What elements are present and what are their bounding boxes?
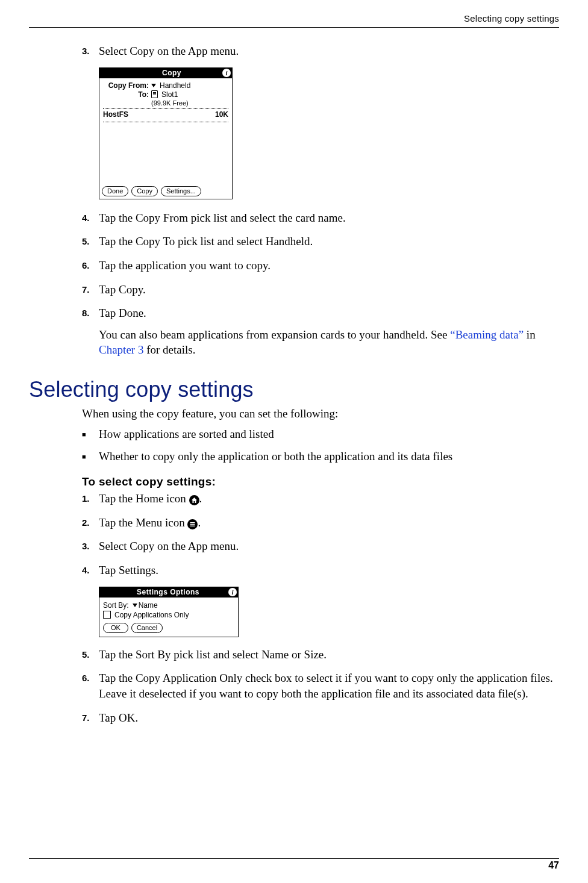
svg-rect-0 <box>190 522 195 523</box>
step-5: 5. Tap the Copy To pick list and select … <box>82 234 559 249</box>
step-text: Tap the application you want to copy. <box>99 258 559 273</box>
step-text: Tap the Menu icon . <box>99 515 559 531</box>
steps-list-1: 3. Select Copy on the App menu. <box>82 43 559 59</box>
app-list-row: HostFS 10K <box>103 110 228 120</box>
step-num: 8. <box>82 305 99 358</box>
step-text: Tap the Sort By pick list and select Nam… <box>99 647 559 663</box>
free-space: (99.9K Free) <box>151 99 228 107</box>
step-num: 3. <box>82 538 99 554</box>
info-icon: i <box>228 588 237 596</box>
step-text: Tap the Copy Application Only check box … <box>99 670 559 701</box>
bullet-text: How applications are sorted and listed <box>99 426 274 442</box>
svg-rect-2 <box>190 525 195 526</box>
header-rule <box>29 27 559 28</box>
bullet-list: ■ How applications are sorted and listed… <box>82 426 559 464</box>
card-icon <box>151 90 158 98</box>
beam-note: You can also beam applications from expa… <box>99 327 559 358</box>
home-icon <box>189 495 199 505</box>
info-icon: i <box>222 69 231 77</box>
step-num: 2. <box>82 515 99 531</box>
step-text: Tap Copy. <box>99 282 559 298</box>
copy-title: Copy <box>121 69 222 77</box>
step-text: Tap OK. <box>99 710 559 726</box>
bullet-1: ■ How applications are sorted and listed <box>82 426 559 442</box>
step-text: Tap the Home icon . <box>99 491 559 507</box>
step-num: 3. <box>82 43 99 59</box>
section-intro: When using the copy feature, you can set… <box>82 406 559 422</box>
subheading: To select copy settings: <box>82 475 559 488</box>
copy-apps-only-label: Copy Applications Only <box>114 611 189 619</box>
steps-list-2b: 5. Tap the Sort By pick list and select … <box>82 647 559 726</box>
settings-title: Settings Options <box>108 588 228 596</box>
copy-to-value: Slot1 <box>161 90 178 99</box>
step-3: 3. Select Copy on the App menu. <box>82 43 559 59</box>
step2-7: 7. Tap OK. <box>82 710 559 726</box>
step-num: 5. <box>82 234 99 249</box>
settings-titlebar: Settings Options i <box>99 587 238 598</box>
step-num: 7. <box>82 282 99 298</box>
ok-button: OK <box>103 623 128 633</box>
running-header: Selecting copy settings <box>29 13 559 23</box>
step2-2: 2. Tap the Menu icon . <box>82 515 559 531</box>
svg-rect-1 <box>190 523 195 524</box>
app-size: 10K <box>215 110 228 119</box>
steps-list-1b: 4. Tap the Copy From pick list and selec… <box>82 210 559 358</box>
step-num: 7. <box>82 710 99 726</box>
copy-apps-only-checkbox <box>103 611 111 619</box>
settings-button: Settings... <box>161 186 201 196</box>
bullet-marker: ■ <box>82 449 99 464</box>
bullet-text: Whether to copy only the application or … <box>99 449 452 464</box>
step-num: 1. <box>82 491 99 507</box>
step-text: Select Copy on the App menu. <box>99 43 559 59</box>
copy-dialog-screenshot: Copy i Copy From: Handheld To: Slot1 <box>99 67 233 199</box>
bullet-2: ■ Whether to copy only the application o… <box>82 449 559 464</box>
step-4: 4. Tap the Copy From pick list and selec… <box>82 210 559 226</box>
steps-list-2: 1. Tap the Home icon . 2. Tap the Menu i… <box>82 491 559 578</box>
bullet-marker: ■ <box>82 426 99 442</box>
step-text: Select Copy on the App menu. <box>99 538 559 554</box>
sortby-value: Name <box>139 601 158 610</box>
link-beaming-data[interactable]: “Beaming data” <box>450 328 524 341</box>
step2-3: 3. Select Copy on the App menu. <box>82 538 559 554</box>
cancel-button: Cancel <box>131 623 163 633</box>
step-6: 6. Tap the application you want to copy. <box>82 258 559 273</box>
app-name: HostFS <box>103 110 128 119</box>
copy-button: Copy <box>131 186 158 196</box>
copy-titlebar: Copy i <box>99 68 232 78</box>
step-8: 8. Tap Done. You can also beam applicati… <box>82 305 559 358</box>
step-text: Tap the Copy To pick list and select Han… <box>99 234 559 249</box>
step-num: 6. <box>82 258 99 273</box>
step-text: Tap the Copy From pick list and select t… <box>99 210 559 226</box>
done-button: Done <box>102 186 128 196</box>
menu-icon <box>187 519 198 529</box>
step2-6: 6. Tap the Copy Application Only check b… <box>82 670 559 701</box>
link-chapter-3[interactable]: Chapter 3 <box>99 343 143 356</box>
copy-from-value: Handheld <box>160 81 190 90</box>
copy-from-label: Copy From: <box>103 81 151 90</box>
copy-to-picklist: Slot1 <box>151 90 178 99</box>
section-heading: Selecting copy settings <box>29 377 559 402</box>
copy-to-label: To: <box>103 90 151 99</box>
step2-4: 4. Tap Settings. <box>82 563 559 578</box>
step2-1: 1. Tap the Home icon . <box>82 491 559 507</box>
step-7: 7. Tap Copy. <box>82 282 559 298</box>
step-num: 6. <box>82 670 99 701</box>
step-text: Tap Settings. <box>99 563 559 578</box>
page-number: 47 <box>29 860 559 871</box>
copy-from-picklist: Handheld <box>151 81 190 90</box>
step-num: 4. <box>82 210 99 226</box>
step2-5: 5. Tap the Sort By pick list and select … <box>82 647 559 663</box>
step-text: Tap Done. You can also beam applications… <box>99 305 559 358</box>
footer-rule <box>29 858 559 859</box>
step-num: 5. <box>82 647 99 663</box>
dropdown-icon <box>151 84 156 87</box>
settings-dialog-screenshot: Settings Options i Sort By: Name Copy Ap… <box>99 587 239 637</box>
dropdown-icon <box>133 604 137 607</box>
step-num: 4. <box>82 563 99 578</box>
sortby-label: Sort By: <box>103 601 129 610</box>
